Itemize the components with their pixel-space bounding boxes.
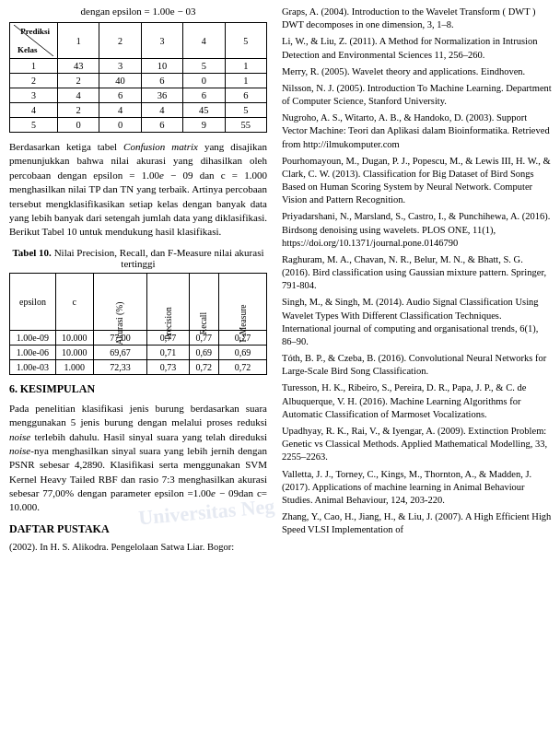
pr-table: epsilon c Akurasi (%) Precision Recall F… [9,273,267,375]
cm-cell-3-1: 4 [58,88,99,103]
cm-cell-5-2: 0 [99,118,141,133]
reference-11: Turesson, H. K., Ribeiro, S., Pereira, D… [282,381,553,421]
cm-row-header-1: 1 [10,59,58,74]
conclusion-text: Pada penelitian klasifikasi jenis burung… [9,402,267,515]
reference-5: Nugroho, A. S., Witarto, A. B., & Handok… [282,111,553,151]
confusion-matrix-table: Prediksi Kelas 1 2 3 4 5 143310512240601… [9,22,267,133]
cm-cell-2-4: 0 [183,74,225,88]
prediksi-label: Prediksi [20,27,50,36]
cm-row-header-3: 3 [10,88,58,103]
pr-cell-1-4: 0,69 [189,345,218,359]
reference-14: Zhang, Y., Cao, H., Jiang, H., & Liu, J.… [282,510,553,536]
pr-cell-2-3: 0,73 [147,359,189,374]
col-header-4: 4 [183,23,225,59]
bottom-ref: (2002). In H. S. Alikodra. Pengelolaan S… [9,541,267,554]
pr-col-c: c [55,273,93,330]
pr-cell-1-1: 10.000 [55,345,93,359]
pr-cell-0-1: 10.000 [55,330,93,345]
pr-cell-2-4: 0,72 [189,359,218,374]
cm-cell-3-5: 6 [225,88,266,103]
cm-cell-1-1: 43 [58,59,99,74]
reference-6: Pourhomayoun, M., Dugan, P. J., Popescu,… [282,155,553,207]
col-header-1: 1 [58,23,99,59]
reference-10: Tóth, B. P., & Czeba, B. (2016). Convolu… [282,352,553,378]
reference-7: Priyadarshani, N., Marsland, S., Castro,… [282,210,553,250]
cm-cell-3-2: 6 [99,88,141,103]
pr-col-fmeasure: F-Measure [218,273,266,330]
col-header-3: 3 [141,23,182,59]
daftar-pustaka-title: DAFTAR PUSTAKA [9,522,267,536]
cm-cell-1-3: 10 [141,59,182,74]
pr-cell-1-5: 0,69 [218,345,266,359]
reference-8: Raghuram, M. A., Chavan, N. R., Belur, M… [282,253,553,293]
pr-cell-0-0: 1.00e-09 [10,330,56,345]
cm-cell-1-2: 3 [99,59,141,74]
reference-4: Nilsson, N. J. (2005). Introduction To M… [282,82,553,108]
body-paragraph-1: Berdasarkan ketiga tabel Confusion matri… [9,140,267,240]
table-caption-bold: Tabel 10. [12,247,51,258]
cm-row-header-5: 5 [10,118,58,133]
pr-cell-1-2: 69,67 [93,345,147,359]
pr-cell-1-3: 0,71 [147,345,189,359]
pr-cell-2-0: 1.00e-03 [10,359,56,374]
cm-cell-1-5: 1 [225,59,266,74]
pr-col-recall: Recall [189,273,218,330]
cm-cell-5-4: 9 [183,118,225,133]
table-caption-text: Nilai Precision, Recall, dan F-Measure n… [54,247,264,269]
cm-cell-4-4: 45 [183,103,225,118]
cm-cell-2-5: 1 [225,74,266,88]
conclusion-title: KESIMPULAN [20,382,95,395]
cm-cell-4-2: 4 [99,103,141,118]
cm-row-header-2: 2 [10,74,58,88]
reference-2: Li, W., & Liu, Z. (2011). A Method for N… [282,35,553,61]
pr-col-precision: Precision [147,273,189,330]
cm-cell-3-4: 6 [183,88,225,103]
pr-cell-2-2: 72,33 [93,359,147,374]
epsilon-title: dengan epsilon = 1.00e − 03 [9,6,267,17]
reference-9: Singh, M., & Singh, M. (2014). Audio Sig… [282,296,553,348]
reference-12: Upadhyay, R. K., Rai, V., & Iyengar, A. … [282,425,553,464]
col-header-5: 5 [225,23,266,59]
reference-13: Valletta, J. J., Torney, C., Kings, M., … [282,468,553,508]
cm-cell-2-2: 40 [99,74,141,88]
pr-cell-2-5: 0,72 [218,359,266,374]
diagonal-header-cell: Prediksi Kelas [10,23,58,59]
cm-cell-3-3: 36 [141,88,182,103]
reference-3: Merry, R. (2005). Wavelet theory and app… [282,65,553,78]
kelas-label: Kelas [18,45,38,54]
reference-1: Graps, A. (2004). Introduction to the Wa… [282,6,553,31]
pr-cell-1-0: 1.00e-06 [10,345,56,359]
cm-cell-2-1: 2 [58,74,99,88]
cm-cell-5-3: 6 [141,118,182,133]
pr-col-epsilon: epsilon [10,273,56,330]
cm-cell-1-4: 5 [183,59,225,74]
conclusion-number: 6. [9,382,18,395]
table-caption: Tabel 10. Nilai Precision, Recall, dan F… [9,247,267,269]
cm-cell-2-3: 6 [141,74,182,88]
references-column: Graps, A. (2004). Introduction to the Wa… [276,0,560,561]
pr-col-akurasi: Akurasi (%) [93,273,147,330]
cm-cell-4-5: 5 [225,103,266,118]
cm-cell-5-5: 55 [225,118,266,133]
col-header-2: 2 [99,23,141,59]
cm-cell-5-1: 0 [58,118,99,133]
cm-cell-4-3: 4 [141,103,182,118]
pr-cell-2-1: 1.000 [55,359,93,374]
cm-cell-4-1: 2 [58,103,99,118]
cm-row-header-4: 4 [10,103,58,118]
